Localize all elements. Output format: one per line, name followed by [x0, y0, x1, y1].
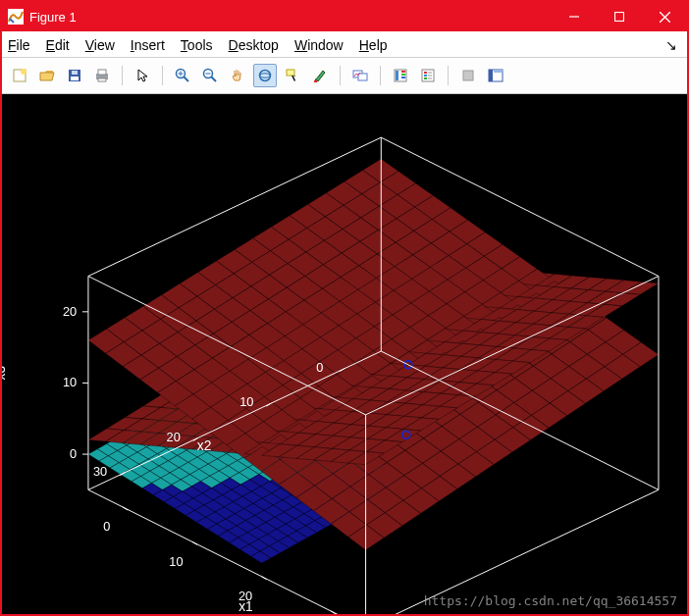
window-controls	[552, 2, 687, 31]
svg-rect-41	[494, 70, 503, 73]
minimize-button[interactable]	[552, 2, 597, 31]
menu-desktop[interactable]: Desktop	[229, 37, 279, 53]
menu-insert[interactable]: Insert	[131, 37, 165, 53]
data-cursor-button[interactable]	[281, 64, 304, 87]
toolbar	[2, 58, 687, 94]
menu-edit[interactable]: Edit	[46, 37, 70, 53]
window-title: Figure 1	[29, 10, 552, 25]
save-button[interactable]	[63, 64, 86, 87]
svg-rect-27	[396, 71, 398, 80]
svg-line-18	[211, 77, 216, 81]
svg-rect-11	[98, 70, 106, 75]
menu-bar: FileEditViewInsertToolsDesktopWindowHelp…	[2, 31, 687, 58]
insert-legend-button[interactable]	[416, 64, 440, 87]
svg-rect-2	[615, 13, 624, 22]
new-figure-button[interactable]	[8, 64, 31, 87]
svg-text:10: 10	[169, 554, 183, 569]
svg-text:30: 30	[93, 464, 107, 479]
svg-text:0: 0	[103, 519, 110, 534]
maximize-button[interactable]	[597, 2, 642, 31]
link-plot-button[interactable]	[348, 64, 372, 87]
menu-tools[interactable]: Tools	[181, 37, 213, 53]
axis-label-y: x2	[197, 438, 212, 453]
svg-rect-28	[401, 71, 405, 73]
zoom-out-button[interactable]	[198, 64, 222, 87]
figure-window: Figure 1 FileEditViewInsertToolsDesktopW…	[0, 0, 689, 616]
title-bar[interactable]: Figure 1	[2, 2, 687, 31]
toolbar-separator	[448, 66, 449, 85]
svg-text:0: 0	[70, 446, 77, 461]
svg-point-20	[260, 71, 271, 81]
hide-plot-button[interactable]	[456, 64, 480, 87]
svg-text:10: 10	[63, 375, 77, 389]
svg-point-6	[21, 69, 26, 75]
toolbar-separator	[122, 66, 123, 85]
rotate3d-button[interactable]	[253, 64, 277, 87]
menu-view[interactable]: View	[85, 37, 115, 53]
menu-file[interactable]: File	[8, 37, 30, 53]
svg-rect-25	[358, 74, 367, 80]
svg-text:10: 10	[239, 394, 253, 409]
plot-canvas[interactable]: 0102001020300102030x3x2x1 https://blog.c…	[2, 94, 687, 614]
toolbar-separator	[380, 66, 381, 85]
app-icon	[8, 9, 24, 25]
menu-window[interactable]: Window	[294, 37, 344, 53]
dock-icon[interactable]: ↘	[665, 37, 681, 53]
zoom-in-button[interactable]	[171, 64, 194, 87]
toolbar-separator	[340, 66, 341, 85]
svg-rect-30	[401, 77, 405, 78]
plot-svg: 0102001020300102030x3x2x1	[2, 94, 687, 614]
brush-button[interactable]	[308, 64, 332, 87]
axis-label-z: x3	[2, 366, 8, 381]
svg-text:0: 0	[316, 360, 323, 375]
svg-rect-23	[314, 80, 317, 82]
open-button[interactable]	[35, 64, 59, 87]
axis-label-x: x1	[238, 599, 253, 614]
close-button[interactable]	[642, 2, 687, 31]
svg-text:20: 20	[167, 430, 181, 444]
show-plot-tools-button[interactable]	[484, 64, 507, 87]
svg-rect-38	[463, 71, 473, 80]
svg-rect-29	[401, 74, 405, 76]
toolbar-separator	[162, 66, 163, 85]
svg-rect-8	[71, 77, 79, 80]
pan-button[interactable]	[226, 64, 249, 87]
svg-line-14	[184, 77, 188, 81]
menu-help[interactable]: Help	[359, 37, 388, 53]
insert-colorbar-button[interactable]	[389, 64, 412, 87]
pointer-button[interactable]	[131, 64, 154, 87]
svg-rect-22	[287, 70, 294, 76]
print-button[interactable]	[90, 64, 114, 87]
watermark-text: https://blog.csdn.net/qq_36614557	[424, 593, 677, 608]
svg-rect-9	[72, 71, 78, 75]
svg-text:20: 20	[63, 304, 77, 319]
svg-point-21	[260, 74, 271, 77]
svg-rect-40	[489, 70, 493, 81]
svg-rect-12	[98, 78, 106, 81]
